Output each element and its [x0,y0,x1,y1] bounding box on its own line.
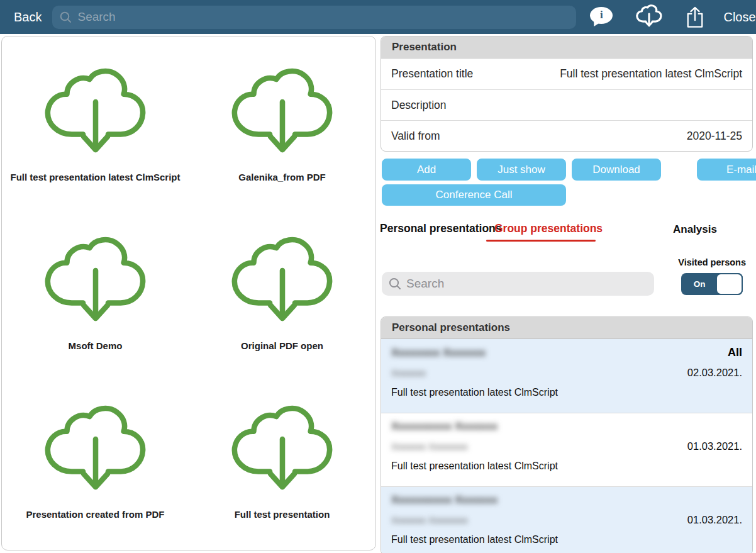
cloud-download-icon [36,236,155,332]
row-presentation-title: Full test presentation latest ClmScript [391,387,742,398]
visited-persons-label: Visited persons [677,257,746,267]
library-item-label: Presentation created from PDF [26,509,164,520]
search-icon [389,277,401,290]
library-item[interactable]: Full test presentation [189,377,375,546]
person-name-redacted: Xxxxxxxx Xxxxxxx [391,347,486,359]
row-date: 01.03.2021. [687,514,742,526]
person-name-redacted: Xxxxxxxxxx Xxxxxxx [391,494,498,506]
presentation-library-panel: Full test presentation latest ClmScript … [1,36,376,550]
add-button[interactable]: Add [382,159,471,181]
library-item-label: Galenika_from PDF [238,172,325,182]
person-subtitle-redacted: Xxxxxxx [391,367,426,378]
just-show-button[interactable]: Just show [477,159,566,181]
presentation-tabs: Personal presentations Group presentatio… [380,222,756,247]
list-header: Personal presentations [381,317,752,339]
presentation-row[interactable]: Xxxxxxxxxx Xxxxxxx Xxxxxxx Xxxxxxxx 01.0… [381,486,752,553]
list-search-input[interactable]: Search [382,272,654,296]
library-item[interactable]: Original PDF open [189,209,375,377]
cloud-download-icon [223,405,342,500]
library-item-label: Original PDF open [241,340,323,351]
presentation-row[interactable]: Xxxxxxxxxx Xxxxxxx Xxxxxxx Xxxxxxxx 01.0… [381,413,752,486]
toggle-knob[interactable] [716,273,743,295]
library-item-label: Msoft Demo [69,340,123,351]
detail-row-title: Presentation title Full test presentatio… [381,59,752,89]
library-item[interactable]: Presentation created from PDF [2,377,189,546]
library-item-label: Full test presentation latest ClmScript [10,172,180,182]
tab-group-presentations[interactable]: Group presentations [494,222,603,235]
detail-row-description: Description [381,89,752,120]
presentation-row[interactable]: Xxxxxxxx Xxxxxxx All Xxxxxxx 02.03.2021.… [381,339,752,413]
cloud-download-icon [36,405,155,500]
detail-label: Description [391,99,447,112]
row-presentation-title: Full test presentation latest ClmScript [391,461,742,472]
toggle-state-label: On [681,273,718,295]
cloud-download-icon [223,67,342,163]
row-badge: All [728,346,742,359]
search-placeholder: Search [406,277,444,291]
person-subtitle-redacted: Xxxxxxx Xxxxxxxx [391,441,468,452]
library-item[interactable]: Full test presentation latest ClmScript [2,40,189,209]
personal-presentations-panel: Personal presentations Xxxxxxxx Xxxxxxx … [381,316,753,553]
row-date: 01.03.2021. [687,440,742,452]
person-subtitle-redacted: Xxxxxxx Xxxxxxxx [391,515,468,525]
close-button[interactable]: Close [723,10,755,25]
person-name-redacted: Xxxxxxxxxx Xxxxxxx [391,420,498,433]
search-icon [60,11,72,23]
search-placeholder: Search [77,10,115,24]
detail-row-valid-from: Valid from 2020-11-25 [381,120,752,151]
row-date: 02.03.2021. [687,367,742,379]
action-buttons: Add Just show Download E-mail Conference… [382,159,756,206]
library-item[interactable]: Galenika_from PDF [189,40,375,209]
email-button[interactable]: E-mail [697,159,756,181]
cloud-download-icon[interactable] [634,4,664,30]
download-button[interactable]: Download [572,159,661,181]
info-bubble-icon[interactable]: i [590,7,613,27]
detail-label: Valid from [391,130,440,143]
share-icon[interactable] [686,6,704,29]
conference-call-button[interactable]: Conference Call [382,184,566,206]
top-bar: Back Search i Close [0,0,756,34]
back-button[interactable]: Back [14,10,42,25]
active-tab-underline [486,240,596,242]
cloud-download-icon [223,236,342,332]
detail-value: 2020-11-25 [687,130,742,143]
detail-value: Full test presentation latest ClmScript [560,67,742,81]
detail-label: Presentation title [391,67,473,81]
library-item-label: Full test presentation [235,509,330,520]
top-search-input[interactable]: Search [52,6,576,29]
library-item[interactable]: Msoft Demo [2,209,189,377]
row-presentation-title: Full test presentation latest ClmScript [391,534,742,545]
tab-personal-presentations[interactable]: Personal presentations [380,222,502,235]
tab-analysis[interactable]: Analysis [673,223,717,236]
visited-persons-toggle[interactable]: On [681,273,743,295]
presentation-details-panel: Presentation Presentation title Full tes… [381,36,753,152]
cloud-download-icon [36,67,155,163]
details-header: Presentation [381,36,752,59]
